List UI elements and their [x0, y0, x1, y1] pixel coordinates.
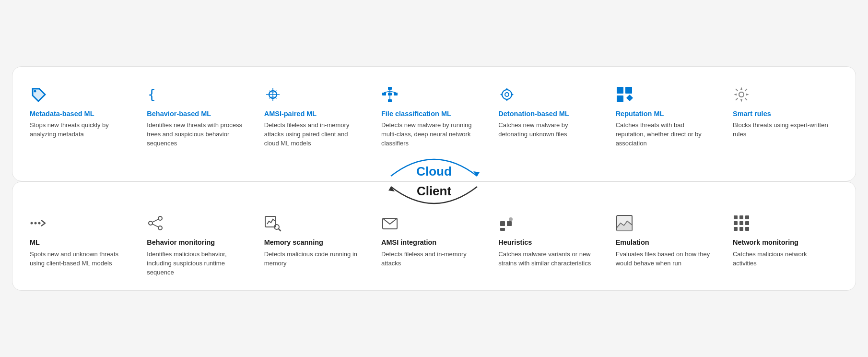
client-label: Client	[417, 182, 451, 199]
svg-rect-24	[626, 95, 633, 101]
svg-rect-55	[745, 227, 749, 231]
item-emulation: Emulation Evaluates files based on how t…	[616, 211, 721, 281]
svg-marker-18	[505, 98, 509, 101]
braces-icon: { }	[147, 86, 244, 106]
item-title-ml-client: ML	[30, 238, 127, 247]
client-items-row: ML Spots new and unknown threats using c…	[30, 211, 838, 281]
item-memory-scanning: Memory scanning Detects malicious code r…	[264, 211, 370, 281]
item-metadata-ml: Metadata-based ML Stops new threats quic…	[30, 82, 135, 152]
svg-rect-48	[739, 215, 743, 219]
crosshair-icon	[498, 86, 595, 106]
item-title-reputation-ml: Reputation ML	[616, 109, 713, 119]
svg-point-44	[509, 217, 513, 221]
svg-rect-54	[739, 227, 743, 231]
svg-marker-17	[505, 88, 509, 91]
svg-point-0	[34, 90, 36, 92]
svg-marker-20	[511, 93, 514, 96]
svg-point-15	[502, 90, 512, 99]
svg-line-12	[384, 91, 390, 93]
envelope-icon	[381, 214, 478, 234]
item-title-metadata-ml: Metadata-based ML	[30, 109, 127, 119]
landscape-icon	[616, 214, 713, 234]
share-icon	[147, 214, 244, 234]
item-smart-rules: Smart rules Blocks threats using expert-…	[733, 82, 838, 152]
item-desc-emulation: Evaluates files based on how they would …	[616, 250, 713, 268]
item-title-network-monitoring: Network monitoring	[733, 238, 830, 247]
svg-marker-19	[500, 93, 503, 96]
item-desc-network-monitoring: Catches malicious network activities	[733, 250, 830, 268]
item-file-class-ml: File classification ML Detects new malwa…	[381, 82, 487, 152]
svg-rect-8	[388, 93, 392, 95]
chart-search-icon	[264, 214, 361, 234]
item-reputation-ml: Reputation ML Catches threats with bad r…	[616, 82, 721, 152]
svg-rect-42	[507, 221, 512, 226]
cloud-label-area: Cloud	[381, 147, 487, 181]
main-wrapper: Metadata-based ML Stops new threats quic…	[12, 66, 856, 291]
svg-point-30	[35, 222, 37, 225]
item-title-heuristics: Heuristics	[498, 238, 595, 247]
item-desc-amsi-integration: Detects fileless and in-memory attacks	[381, 250, 478, 268]
svg-line-36	[152, 224, 158, 227]
svg-rect-37	[265, 216, 276, 227]
svg-rect-51	[739, 221, 743, 225]
hierarchy-icon	[381, 86, 478, 106]
item-amsi-integration: AMSI integration Detects fileless and in…	[381, 211, 487, 281]
svg-rect-22	[625, 87, 632, 94]
svg-line-13	[390, 91, 396, 93]
client-label-area: Client	[381, 182, 487, 215]
item-title-emulation: Emulation	[616, 238, 713, 247]
gear-icon	[733, 86, 830, 106]
item-title-amsi-ml: AMSI-paired ML	[264, 109, 361, 119]
dots-square-icon	[498, 214, 595, 234]
item-title-file-class-ml: File classification ML	[381, 109, 478, 119]
item-network-monitoring: Network monitoring Catches malicious net…	[733, 211, 838, 281]
svg-rect-9	[394, 93, 398, 95]
svg-rect-47	[734, 215, 738, 219]
svg-point-34	[158, 226, 162, 230]
svg-rect-41	[500, 221, 505, 226]
tiles-icon	[616, 86, 713, 106]
svg-rect-10	[388, 99, 392, 102]
item-behavior-ml: { } Behavior-based ML Identifies new thr…	[147, 82, 252, 152]
item-amsi-ml: AMSI-paired ML Detects fileless and in-m…	[264, 82, 370, 152]
item-desc-behavior-ml: Identifies new threats with process tree…	[147, 121, 244, 148]
item-desc-ml-client: Spots new and unknown threats using clie…	[30, 250, 127, 268]
item-heuristics: Heuristics Catches malware variants or n…	[498, 211, 604, 281]
item-desc-file-class-ml: Detects new malware by running multi-cla…	[381, 121, 478, 148]
item-title-memory-scanning: Memory scanning	[264, 238, 361, 247]
item-title-behavior-monitoring: Behavior monitoring	[147, 238, 244, 247]
cloud-panel: Metadata-based ML Stops new threats quic…	[12, 66, 856, 181]
svg-point-32	[158, 216, 162, 220]
svg-text:{ }: { }	[148, 87, 164, 103]
item-desc-metadata-ml: Stops new threats quickly by analyzing m…	[30, 121, 127, 139]
item-desc-heuristics: Catches malware variants or new strains …	[498, 250, 595, 268]
svg-rect-21	[617, 87, 623, 94]
item-desc-memory-scanning: Detects malicious code running in memory	[264, 250, 361, 268]
item-desc-amsi-ml: Detects fileless and in-memory attacks u…	[264, 121, 361, 148]
item-desc-smart-rules: Blocks threats using expert-written rule…	[733, 121, 830, 139]
svg-rect-43	[500, 228, 505, 231]
svg-rect-49	[745, 215, 749, 219]
svg-point-16	[505, 93, 509, 96]
svg-rect-6	[388, 87, 392, 90]
svg-line-35	[152, 219, 158, 222]
item-title-smart-rules: Smart rules	[733, 109, 830, 119]
item-detonation-ml: Detonation-based ML Catches new malware …	[498, 82, 604, 152]
svg-rect-53	[734, 227, 738, 231]
item-ml-client: ML Spots new and unknown threats using c…	[30, 211, 135, 281]
item-desc-reputation-ml: Catches threats with bad reputation, whe…	[616, 121, 713, 148]
item-behavior-monitoring: Behavior monitoring Identifies malicious…	[147, 211, 252, 281]
svg-point-26	[739, 92, 744, 97]
svg-rect-7	[382, 93, 386, 95]
dots-arrow-icon	[30, 214, 127, 234]
item-title-detonation-ml: Detonation-based ML	[498, 109, 595, 119]
item-title-amsi-integration: AMSI integration	[381, 238, 478, 247]
svg-point-31	[38, 222, 41, 225]
svg-rect-23	[617, 95, 623, 102]
svg-line-39	[279, 229, 281, 231]
item-desc-detonation-ml: Catches new malware by detonating unknow…	[498, 121, 595, 139]
tag-icon	[30, 86, 127, 106]
network-icon	[264, 86, 361, 106]
item-desc-behavior-monitoring: Identifies malicious behavior, including…	[147, 250, 244, 277]
cloud-label: Cloud	[416, 164, 452, 181]
